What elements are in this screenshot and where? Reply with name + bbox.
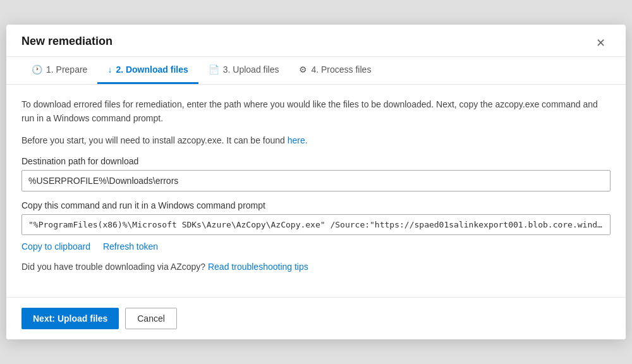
dialog-body: To download errored files for remediatio… <box>6 85 626 297</box>
tab-upload-label: 3. Upload files <box>223 64 279 75</box>
command-input[interactable] <box>21 214 611 235</box>
trouble-prefix: Did you have trouble downloading via AZc… <box>21 262 208 272</box>
intro-text-2: Before you start, you will need to insta… <box>21 133 611 147</box>
new-remediation-dialog: New remediation ✕ 🕐 1. Prepare ↓ 2. Down… <box>6 25 626 339</box>
dialog-title: New remediation <box>21 35 112 56</box>
copy-clipboard-link[interactable]: Copy to clipboard <box>21 241 90 252</box>
command-label: Copy this command and run it in a Window… <box>21 200 611 210</box>
tab-download[interactable]: ↓ 2. Download files <box>97 57 198 84</box>
cancel-button[interactable]: Cancel <box>125 308 177 329</box>
tab-upload[interactable]: 📄 3. Upload files <box>198 57 289 84</box>
trouble-row: Did you have trouble downloading via AZc… <box>21 262 611 272</box>
troubleshooting-link[interactable]: Read troubleshooting tips <box>208 262 308 272</box>
next-button[interactable]: Next: Upload files <box>21 308 119 329</box>
dialog-header: New remediation ✕ <box>6 25 626 57</box>
destination-input[interactable] <box>21 170 611 191</box>
dialog-footer: Next: Upload files Cancel <box>6 297 626 339</box>
prepare-icon: 🕐 <box>32 64 42 75</box>
tab-prepare-label: 1. Prepare <box>46 64 87 75</box>
tab-prepare[interactable]: 🕐 1. Prepare <box>21 57 97 84</box>
intro2-prefix: Before you start, you will need to insta… <box>21 135 288 145</box>
here-link[interactable]: here. <box>288 135 308 145</box>
action-links: Copy to clipboard Refresh token <box>21 241 611 252</box>
destination-label: Destination path for download <box>21 156 611 166</box>
intro-text-1: To download errored files for remediatio… <box>21 97 611 126</box>
upload-icon: 📄 <box>209 64 219 75</box>
tab-process[interactable]: ⚙ 4. Process files <box>289 57 381 84</box>
tab-download-label: 2. Download files <box>116 64 188 75</box>
tab-process-label: 4. Process files <box>311 64 371 75</box>
refresh-token-link[interactable]: Refresh token <box>103 241 158 252</box>
process-icon: ⚙ <box>299 64 307 75</box>
tab-bar: 🕐 1. Prepare ↓ 2. Download files 📄 3. Up… <box>6 57 626 85</box>
close-button[interactable]: ✕ <box>591 35 611 51</box>
download-icon: ↓ <box>107 64 112 75</box>
